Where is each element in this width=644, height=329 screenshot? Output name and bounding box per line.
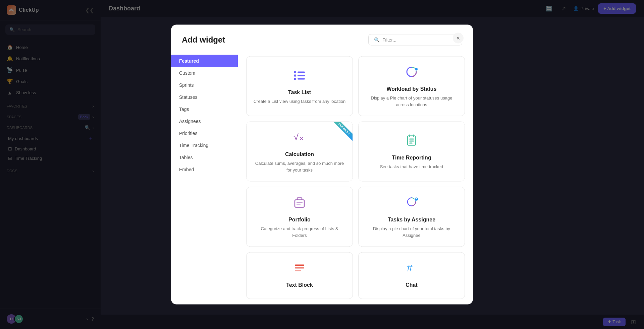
- svg-rect-21: [295, 265, 304, 266]
- widget-workload-status[interactable]: › Workload by Status Display a Pie chart…: [358, 56, 465, 116]
- widget-calculation[interactable]: BUSINESS √ × Calculation Calculate sums,…: [246, 122, 353, 182]
- business-ribbon-wrap: BUSINESS: [329, 122, 353, 145]
- svg-rect-0: [294, 71, 296, 73]
- time-reporting-icon: [404, 133, 419, 150]
- business-ribbon: BUSINESS: [332, 122, 353, 141]
- chat-name: Chat: [406, 282, 418, 288]
- modal-nav-tags[interactable]: Tags: [171, 103, 238, 115]
- close-modal-button[interactable]: ×: [453, 33, 464, 44]
- svg-rect-11: [409, 138, 414, 139]
- modal-body: Featured Custom Sprints Statuses Tags As…: [171, 51, 473, 305]
- svg-rect-14: [409, 134, 410, 137]
- svg-rect-5: [298, 78, 305, 79]
- modal-header: Add widget 🔍 ×: [171, 25, 473, 51]
- widget-text-block[interactable]: Text Block: [246, 252, 353, 299]
- svg-rect-16: [295, 200, 304, 207]
- time-reporting-name: Time Reporting: [392, 154, 431, 160]
- portfolio-icon: [292, 195, 307, 212]
- calculation-desc: Calculate sums, averages, and so much mo…: [253, 160, 346, 173]
- widget-grid: Task List Create a List view using tasks…: [238, 51, 473, 305]
- task-list-desc: Create a List view using tasks from any …: [254, 98, 346, 105]
- svg-text:√: √: [293, 132, 299, 142]
- modal-nav-sprints[interactable]: Sprints: [171, 79, 238, 91]
- svg-rect-17: [297, 202, 303, 203]
- widget-tasks-assignee[interactable]: Tasks by Assignee Display a pie chart of…: [358, 187, 465, 247]
- filter-search-icon: 🔍: [374, 37, 380, 43]
- svg-rect-22: [295, 267, 304, 269]
- workload-status-desc: Display a Pie chart of your statuses usa…: [365, 95, 458, 108]
- svg-rect-4: [298, 75, 305, 76]
- task-list-icon: [292, 68, 307, 84]
- tasks-assignee-desc: Display a pie chart of your total tasks …: [365, 225, 458, 239]
- portfolio-name: Portfolio: [288, 217, 311, 223]
- text-block-name: Text Block: [286, 282, 313, 288]
- svg-rect-12: [409, 140, 414, 141]
- svg-rect-1: [294, 74, 296, 76]
- tasks-assignee-name: Tasks by Assignee: [388, 217, 435, 223]
- modal-nav-tables[interactable]: Tables: [171, 151, 238, 163]
- svg-point-20: [416, 198, 417, 199]
- workload-icon: ›: [404, 65, 419, 81]
- portfolio-desc: Categorize and track progress of Lists &…: [253, 225, 346, 239]
- add-widget-modal: Add widget 🔍 × Featured Custom Sprints S…: [171, 25, 473, 305]
- widget-chat[interactable]: # Chat: [358, 252, 465, 299]
- svg-rect-23: [295, 270, 301, 271]
- workload-status-name: Workload by Status: [386, 86, 436, 92]
- modal-nav-custom[interactable]: Custom: [171, 67, 238, 79]
- chat-icon: #: [404, 261, 419, 277]
- modal-nav: Featured Custom Sprints Statuses Tags As…: [171, 51, 238, 305]
- widget-task-list[interactable]: Task List Create a List view using tasks…: [246, 56, 353, 116]
- svg-rect-15: [413, 134, 414, 137]
- modal-nav-statuses[interactable]: Statuses: [171, 91, 238, 103]
- svg-rect-13: [409, 142, 413, 143]
- calculation-name: Calculation: [285, 151, 314, 157]
- task-list-name: Task List: [288, 89, 311, 95]
- modal-title: Add widget: [182, 35, 225, 45]
- calculation-icon: √ ×: [292, 130, 307, 147]
- svg-text:×: ×: [300, 135, 304, 142]
- assignee-icon: [404, 195, 419, 212]
- svg-text:#: #: [407, 262, 413, 273]
- widget-portfolio[interactable]: Portfolio Categorize and track progress …: [246, 187, 353, 247]
- modal-nav-embed[interactable]: Embed: [171, 163, 238, 176]
- svg-rect-2: [294, 78, 296, 80]
- time-reporting-desc: See tasks that have time tracked: [380, 163, 443, 170]
- svg-rect-3: [298, 71, 305, 73]
- modal-nav-priorities[interactable]: Priorities: [171, 127, 238, 139]
- filter-input-wrapper[interactable]: 🔍: [368, 34, 462, 46]
- widget-time-reporting[interactable]: Time Reporting See tasks that have time …: [358, 122, 465, 182]
- svg-rect-18: [297, 204, 301, 205]
- filter-input[interactable]: [382, 37, 457, 43]
- modal-nav-featured[interactable]: Featured: [171, 55, 238, 67]
- modal-nav-assignees[interactable]: Assignees: [171, 115, 238, 127]
- text-block-icon: [292, 261, 307, 277]
- modal-nav-time-tracking[interactable]: Time Tracking: [171, 139, 238, 151]
